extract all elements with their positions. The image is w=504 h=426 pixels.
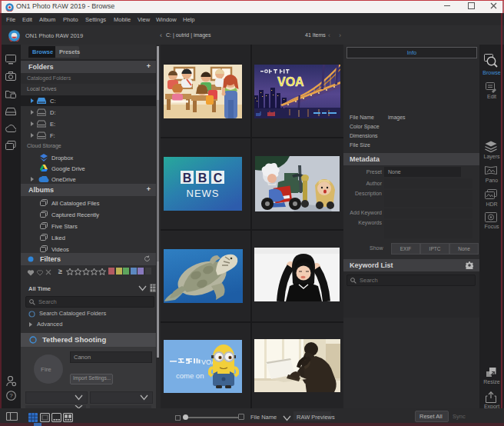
svg-text:VOA: VOA [277, 75, 304, 88]
svg-text:NEWS: NEWS [187, 188, 220, 199]
svg-text:B: B [198, 171, 207, 185]
svg-text:come on: come on [176, 371, 204, 380]
svg-text:?: ? [9, 392, 13, 399]
svg-text:B: B [183, 171, 192, 185]
svg-text:C: C [214, 171, 223, 185]
